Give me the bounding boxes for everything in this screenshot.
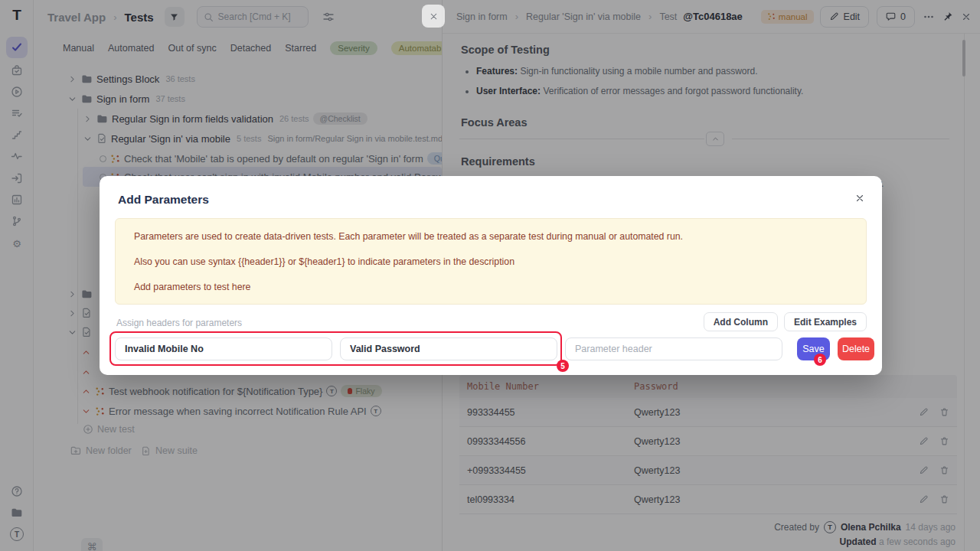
add-parameters-modal: Add Parameters Parameters are used to cr…: [100, 176, 882, 375]
assign-headers-label: Assign headers for parameters: [116, 318, 242, 328]
info-line: Also you can use syntax {{header1}} or $…: [134, 256, 848, 267]
parameter-header-input-1[interactable]: [115, 337, 332, 360]
modal-close-icon[interactable]: [854, 193, 865, 204]
delete-button[interactable]: Delete: [838, 337, 874, 360]
info-line: Parameters are used to create data-drive…: [134, 231, 848, 242]
parameter-header-input-3[interactable]: [565, 337, 782, 360]
annotation-step-6: 6: [814, 354, 826, 366]
annotation-step-5: 5: [557, 360, 569, 372]
parameter-header-row: Save Delete: [115, 337, 874, 360]
info-line: Add parameters to test here: [134, 282, 848, 292]
edit-examples-button[interactable]: Edit Examples: [784, 312, 867, 331]
modal-toolbar: Add Column Edit Examples: [704, 312, 867, 331]
app-window: T ⚙ T Travel App › Tests Search [Cmd + K…: [0, 0, 980, 551]
parameter-header-input-2[interactable]: [340, 337, 557, 360]
add-column-button[interactable]: Add Column: [704, 312, 778, 331]
parameters-info-box: Parameters are used to create data-drive…: [115, 218, 867, 305]
panel-close-button[interactable]: [422, 5, 445, 28]
close-icon: [429, 11, 439, 21]
modal-title: Add Parameters: [118, 193, 209, 207]
